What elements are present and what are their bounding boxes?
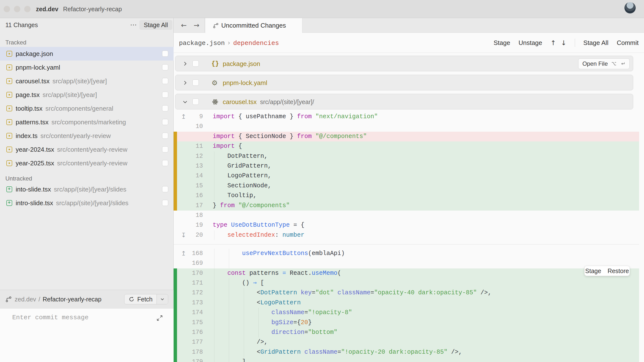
stage-checkbox[interactable]	[162, 105, 168, 111]
section-label-untracked: Untracked	[6, 175, 174, 182]
git-panel-header: 11 Changes ⋯ Stage All	[0, 18, 174, 32]
file-row-carousel.tsx[interactable]: carousel.tsxsrc/app/(site)/[year]	[0, 74, 174, 88]
code-text: import { SectionNode } from "@/component…	[213, 132, 367, 141]
repo-name[interactable]: zed.dev	[15, 296, 36, 303]
stage-checkbox[interactable]	[162, 200, 168, 206]
hunk-actions-popup: Stage Restore	[584, 266, 630, 276]
changed-files-list: Trackedpackage.jsonpnpm-lock.yamlcarouse…	[0, 32, 174, 210]
line-number: 17	[174, 201, 203, 211]
file-checkbox[interactable]	[192, 60, 199, 67]
code-line-9: ↥9import { usePathname } from "next/navi…	[174, 112, 644, 122]
stage-checkbox[interactable]	[162, 146, 168, 152]
open-file-button[interactable]: Open File	[578, 58, 630, 69]
code-text: direction="bottom"	[213, 328, 338, 337]
file-row-intro-slide.tsx[interactable]: intro-slide.tsxsrc/app/(site)/[year]/sli…	[0, 196, 174, 210]
file-card-pnpm-lock[interactable]: ⚙ pnpm-lock.yaml	[175, 75, 633, 90]
git-modified-icon	[6, 105, 12, 111]
code-line-15: 15 SectionNode,	[174, 181, 644, 191]
next-hunk-icon[interactable]: ↓	[561, 39, 566, 47]
stage-checkbox[interactable]	[162, 133, 168, 139]
branch-name[interactable]: Refactor-yearly-recap	[43, 296, 102, 303]
line-number: 12	[174, 151, 203, 161]
file-row-package.json[interactable]: package.json	[0, 47, 174, 60]
hunk-stage-button[interactable]: Stage	[585, 268, 601, 275]
stage-checkbox[interactable]	[162, 119, 168, 125]
file-card-carousel[interactable]: carousel.tsxsrc/app/(site)/[year]/	[175, 94, 633, 109]
file-name: year-2024.tsxsrc/content/yearly-review	[16, 143, 128, 156]
code-line-deleted: import { SectionNode } from "@/component…	[174, 132, 644, 141]
stage-all-button[interactable]: Stage All	[139, 20, 172, 30]
unstage-button[interactable]: Unstage	[518, 39, 542, 47]
file-card-name[interactable]: carousel.tsxsrc/app/(site)/[year]/	[223, 94, 314, 110]
file-row-tooltip.tsx[interactable]: tooltip.tsxsrc/components/general	[0, 102, 174, 115]
chevron-right-icon[interactable]	[182, 79, 188, 86]
stage-checkbox[interactable]	[162, 186, 168, 192]
fetch-button[interactable]: Fetch	[124, 294, 168, 304]
added-hunk-bar	[174, 318, 177, 328]
modified-hunk-bar	[174, 161, 177, 171]
code-text: ]	[213, 357, 246, 362]
line-number: 172	[174, 288, 203, 298]
commit-button[interactable]: Commit	[616, 39, 638, 47]
commit-message-editor[interactable]: Enter commit message	[0, 308, 174, 362]
tab-bar: ← → Uncommitted Changes	[174, 18, 644, 33]
file-path: src/content/yearly-review	[57, 146, 128, 153]
file-path: src/app/(site)/[year]/slides	[54, 186, 126, 193]
file-card-name[interactable]: package.json	[223, 56, 260, 71]
prev-hunk-icon[interactable]: ↑	[550, 39, 556, 47]
open-file-label: Open File	[582, 60, 608, 67]
window-close-icon[interactable]	[4, 6, 10, 12]
file-name: pnpm-lock.yaml	[16, 60, 60, 74]
file-checkbox[interactable]	[192, 98, 199, 105]
breadcrumb[interactable]: package.json›dependencies	[179, 33, 279, 53]
code-text: bgSize={20}	[213, 318, 312, 328]
stage-checkbox[interactable]	[162, 64, 168, 70]
expand-icon[interactable]	[156, 314, 164, 322]
file-row-year-2025.tsx[interactable]: year-2025.tsxsrc/content/yearly-review	[0, 156, 174, 170]
stage-button[interactable]: Stage	[494, 39, 510, 47]
file-row-page.tsx[interactable]: page.tsxsrc/app/(site)/[year]	[0, 88, 174, 102]
code-text: usePrevNextButtons(emblaApi)	[213, 249, 345, 258]
stage-checkbox[interactable]	[162, 160, 168, 166]
file-name: index.tssrc/content/yearly-review	[16, 129, 111, 143]
stage-checkbox[interactable]	[162, 92, 168, 98]
git-modified-icon	[6, 119, 12, 125]
git-modified-icon	[6, 147, 12, 152]
nav-forward-icon[interactable]: →	[194, 18, 199, 33]
code-line-17: 17} from "@/components"	[174, 201, 644, 211]
code-line-176: 176 direction="bottom"	[174, 328, 644, 337]
file-card-package-json[interactable]: {} package.json Open File	[175, 56, 633, 71]
stage-all-button[interactable]: Stage All	[583, 39, 608, 47]
window-zoom-icon[interactable]	[24, 6, 30, 12]
line-number: 15	[174, 181, 203, 191]
tab-uncommitted-changes[interactable]: Uncommitted Changes	[205, 18, 302, 33]
code-line-178: 178 <GridPattern className="!opacity-20 …	[174, 347, 644, 357]
overflow-menu-icon[interactable]: ⋯	[128, 19, 139, 30]
file-row-year-2024.tsx[interactable]: year-2024.tsxsrc/content/yearly-review	[0, 143, 174, 156]
chevron-down-icon[interactable]	[182, 98, 188, 105]
file-checkbox[interactable]	[192, 79, 199, 86]
chevron-right-icon[interactable]	[182, 60, 188, 67]
git-branch-icon	[212, 22, 219, 29]
avatar[interactable]	[624, 2, 636, 13]
file-row-index.ts[interactable]: index.tssrc/content/yearly-review	[0, 129, 174, 143]
window-minimize-icon[interactable]	[14, 6, 20, 12]
file-row-into-slide.tsx[interactable]: into-slide.tsxsrc/app/(site)/[year]/slid…	[0, 182, 174, 196]
fetch-dropdown[interactable]	[156, 294, 168, 304]
file-row-pnpm-lock.yaml[interactable]: pnpm-lock.yaml	[0, 60, 174, 74]
file-name: carousel.tsxsrc/app/(site)/[year]	[16, 74, 107, 88]
stage-checkbox[interactable]	[162, 78, 168, 84]
file-path: src/app/(site)/[year]/slides	[56, 199, 128, 207]
stage-checkbox[interactable]	[162, 50, 168, 57]
modified-hunk-bar	[174, 181, 177, 191]
diff-editor-pane: ← → Uncommitted Changes package.json›dep…	[174, 18, 644, 362]
code-text: } from "@/components"	[213, 201, 290, 211]
section-label-tracked: Tracked	[6, 38, 174, 47]
added-hunk-bar	[174, 288, 177, 298]
nav-back-icon[interactable]: ←	[181, 18, 186, 33]
file-row-patterns.tsx[interactable]: patterns.tsxsrc/components/marketing	[0, 115, 174, 129]
file-path: src/app/(site)/[year]	[52, 77, 107, 85]
file-card-name[interactable]: pnpm-lock.yaml	[223, 75, 267, 91]
hunk-restore-button[interactable]: Restore	[608, 268, 629, 275]
repo-branch-separator: /	[39, 296, 40, 303]
